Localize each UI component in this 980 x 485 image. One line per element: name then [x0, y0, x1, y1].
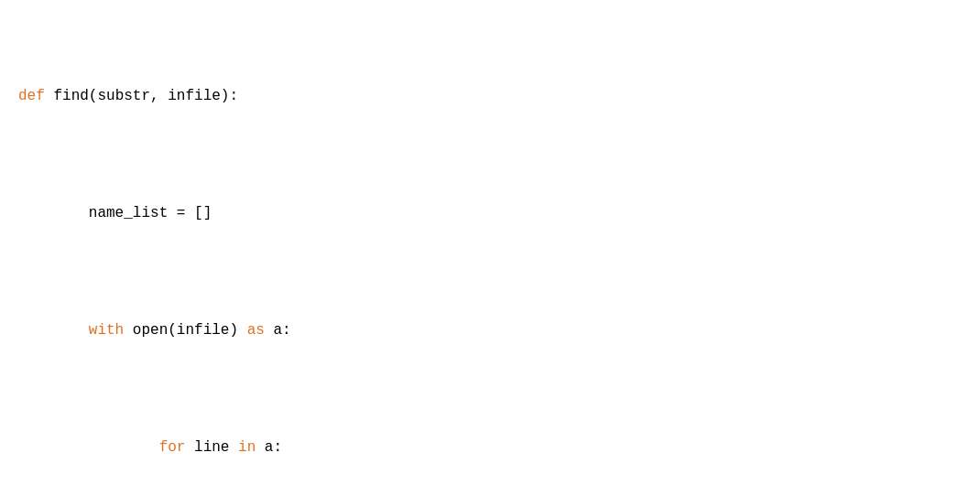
- fn-find: find: [53, 88, 88, 104]
- code-text: name_list = []: [18, 205, 212, 221]
- keyword-as-1: as: [247, 322, 265, 339]
- code-text: [45, 88, 54, 104]
- keyword-for-1: for: [159, 439, 186, 456]
- code-line-4: for line in a:: [18, 436, 962, 460]
- keyword-in-1: in: [238, 439, 256, 456]
- code-line-2: name_list = []: [18, 202, 962, 226]
- code-line-3: with open(infile) as a:: [18, 319, 962, 343]
- keyword-with-1: with: [89, 322, 124, 339]
- code-indent: [18, 322, 89, 339]
- code-indent: [18, 439, 159, 456]
- keyword-def-1: def: [18, 88, 45, 104]
- code-editor: def find(substr, infile): name_list = []…: [18, 15, 962, 485]
- code-line-1: def find(substr, infile):: [18, 85, 962, 109]
